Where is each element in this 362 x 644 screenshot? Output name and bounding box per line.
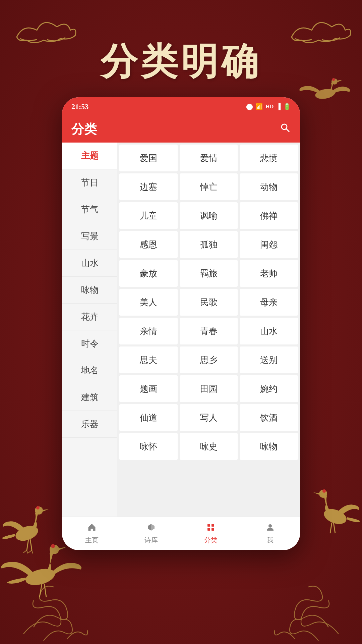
nav-item-library[interactable]: 诗库 — [122, 523, 181, 545]
content-area: 主题 节日 节气 写景 山水 咏物 花卉 时令 — [62, 143, 300, 517]
grid-item-思乡[interactable]: 思乡 — [180, 346, 238, 373]
grid-item-美人[interactable]: 美人 — [119, 289, 178, 316]
sidebar-item-label: 建筑 — [81, 391, 99, 403]
grid-item-送别[interactable]: 送别 — [240, 346, 298, 373]
grid-item-咏物2[interactable]: 咏物 — [240, 433, 298, 460]
grid-item-仙道[interactable]: 仙道 — [119, 404, 178, 431]
grid-content: 爱国 爱情 悲愤 边塞 悼亡 动物 儿童 讽喻 佛禅 感恩 孤独 闺怨 豪放 羁 — [117, 143, 300, 517]
page-title: 分类明确 — [0, 37, 362, 87]
sidebar-item-时令[interactable]: 时令 — [62, 330, 117, 357]
status-icons: ⬤ 📶 HD ▐ 🔋 — [246, 103, 291, 110]
grid-item-佛禅[interactable]: 佛禅 — [240, 202, 298, 229]
grid-item-咏史[interactable]: 咏史 — [180, 433, 238, 460]
svg-rect-28 — [207, 528, 210, 531]
svg-rect-27 — [212, 524, 214, 527]
grid-row: 爱国 爱情 悲愤 — [119, 145, 298, 171]
grid-item-亲情[interactable]: 亲情 — [119, 318, 178, 344]
sidebar-item-label: 咏物 — [81, 284, 99, 296]
sidebar-item-label: 地名 — [81, 365, 99, 376]
search-button[interactable] — [280, 122, 291, 136]
hd-icon: HD — [265, 104, 274, 110]
sidebar-item-label: 时令 — [81, 338, 99, 350]
grid-item-讽喻[interactable]: 讽喻 — [180, 202, 238, 229]
bottom-nav: 主页 诗库 分类 — [62, 517, 300, 550]
grid-item-题画[interactable]: 题画 — [119, 375, 178, 402]
home-icon — [87, 523, 97, 534]
sidebar-item-花卉[interactable]: 花卉 — [62, 304, 117, 330]
svg-marker-24 — [148, 524, 151, 531]
grid-row: 咏怀 咏史 咏物 — [119, 433, 298, 460]
phone-mockup: 21:53 ⬤ 📶 HD ▐ 🔋 分类 主题 节日 — [62, 97, 300, 550]
nav-item-home[interactable]: 主页 — [62, 523, 122, 545]
grid-item-咏怀[interactable]: 咏怀 — [119, 433, 178, 460]
grid-item-悼亡[interactable]: 悼亡 — [180, 173, 238, 200]
sidebar-item-建筑[interactable]: 建筑 — [62, 384, 117, 411]
nav-item-profile[interactable]: 我 — [241, 523, 300, 545]
sidebar-item-label: 节日 — [81, 177, 99, 189]
nav-label-library: 诗库 — [144, 536, 158, 545]
grid-item-爱情[interactable]: 爱情 — [180, 145, 238, 171]
wifi-icon: 📶 — [255, 103, 263, 110]
sidebar-item-山水[interactable]: 山水 — [62, 250, 117, 277]
sidebar-item-label: 乐器 — [81, 418, 99, 430]
grid-item-悲愤[interactable]: 悲愤 — [240, 145, 298, 171]
grid-row: 边塞 悼亡 动物 — [119, 173, 298, 200]
sidebar: 主题 节日 节气 写景 山水 咏物 花卉 时令 — [62, 143, 117, 517]
library-icon — [146, 523, 156, 534]
sidebar-item-节气[interactable]: 节气 — [62, 196, 117, 223]
grid-item-老师[interactable]: 老师 — [240, 260, 298, 287]
grid-item-动物[interactable]: 动物 — [240, 173, 298, 200]
nav-label-home: 主页 — [85, 536, 99, 545]
grid-row: 亲情 青春 山水 — [119, 318, 298, 344]
sidebar-item-写景[interactable]: 写景 — [62, 223, 117, 250]
svg-line-23 — [286, 129, 289, 132]
grid-item-闺怨[interactable]: 闺怨 — [240, 231, 298, 258]
battery-icon: 🔋 — [283, 103, 291, 110]
grid-item-青春[interactable]: 青春 — [180, 318, 238, 344]
sidebar-item-乐器[interactable]: 乐器 — [62, 411, 117, 438]
signal-icon: ▐ — [276, 103, 281, 110]
svg-rect-29 — [212, 528, 214, 531]
sidebar-item-label: 主题 — [81, 150, 99, 162]
sidebar-item-label: 节气 — [81, 204, 99, 215]
grid-item-孤独[interactable]: 孤独 — [180, 231, 238, 258]
grid-row: 题画 田园 婉约 — [119, 375, 298, 402]
grid-item-边塞[interactable]: 边塞 — [119, 173, 178, 200]
svg-rect-26 — [207, 524, 210, 527]
sidebar-item-label: 花卉 — [81, 311, 99, 323]
sidebar-item-地名[interactable]: 地名 — [62, 357, 117, 384]
app-header-title: 分类 — [71, 121, 97, 138]
grid-row: 仙道 写人 饮酒 — [119, 404, 298, 431]
status-time: 21:53 — [71, 102, 88, 111]
status-bar: 21:53 ⬤ 📶 HD ▐ 🔋 — [62, 97, 300, 116]
sidebar-item-label: 山水 — [81, 257, 99, 269]
grid-item-婉约[interactable]: 婉约 — [240, 375, 298, 402]
grid-item-饮酒[interactable]: 饮酒 — [240, 404, 298, 431]
svg-marker-25 — [151, 524, 155, 531]
grid-row: 美人 民歌 母亲 — [119, 289, 298, 316]
grid-item-爱国[interactable]: 爱国 — [119, 145, 178, 171]
nav-item-categories[interactable]: 分类 — [181, 523, 241, 545]
nav-label-categories: 分类 — [204, 536, 218, 545]
bluetooth-icon: ⬤ — [246, 103, 253, 110]
sidebar-item-咏物[interactable]: 咏物 — [62, 277, 117, 304]
profile-icon — [265, 523, 275, 534]
grid-item-羁旅[interactable]: 羁旅 — [180, 260, 238, 287]
grid-item-儿童[interactable]: 儿童 — [119, 202, 178, 229]
grid-item-山水[interactable]: 山水 — [240, 318, 298, 344]
nav-label-profile: 我 — [267, 536, 274, 545]
sidebar-item-主题[interactable]: 主题 — [62, 143, 117, 169]
grid-item-民歌[interactable]: 民歌 — [180, 289, 238, 316]
grid-item-写人[interactable]: 写人 — [180, 404, 238, 431]
grid-item-感恩[interactable]: 感恩 — [119, 231, 178, 258]
sidebar-item-label: 写景 — [81, 230, 99, 242]
svg-point-22 — [282, 124, 287, 129]
grid-item-母亲[interactable]: 母亲 — [240, 289, 298, 316]
grid-item-田园[interactable]: 田园 — [180, 375, 238, 402]
svg-point-30 — [268, 524, 272, 528]
grid-item-思夫[interactable]: 思夫 — [119, 346, 178, 373]
grid-row: 感恩 孤独 闺怨 — [119, 231, 298, 258]
sidebar-item-节日[interactable]: 节日 — [62, 169, 117, 196]
app-header: 分类 — [62, 116, 300, 143]
grid-item-豪放[interactable]: 豪放 — [119, 260, 178, 287]
